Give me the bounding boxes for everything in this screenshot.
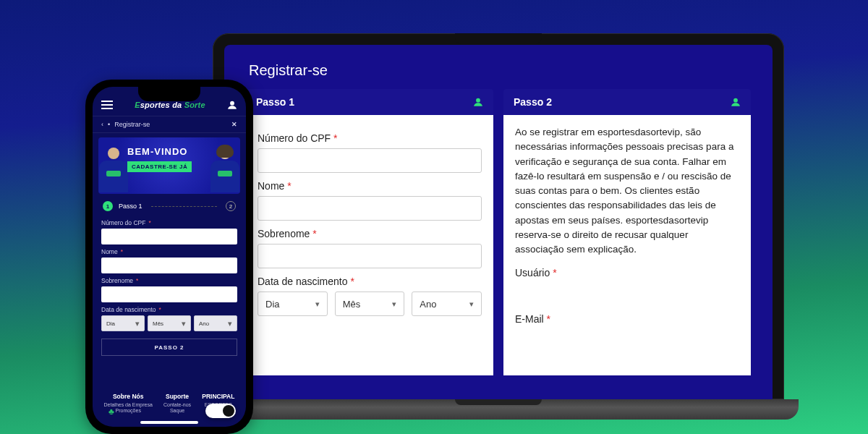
next-step-button[interactable]: PASSO 2 [101, 339, 237, 356]
step1-heading: Passo 1 [256, 96, 294, 108]
cpf-input[interactable] [258, 148, 482, 173]
phone-notch [138, 87, 200, 101]
brand-logo[interactable]: Esportes da Sorte [135, 101, 205, 109]
home-indicator [140, 421, 198, 424]
laptop-screen: Registrar-se Passo 1 Número do CPF * [224, 45, 773, 399]
dob-label: Data de nascimento* [101, 306, 237, 313]
phone-device: Esportes da Sorte ‹ • Registrar-se ✕ BEM… [85, 80, 253, 434]
user-label: Usuário * [515, 267, 739, 278]
svg-point-2 [230, 101, 234, 106]
nome-label: Nome* [101, 248, 237, 255]
dob-row: Dia▾ Mês▾ Ano▾ [101, 315, 237, 331]
welcome-hero: BEM-VINDO CADASTRE-SE JÁ [98, 137, 240, 194]
dob-month-select[interactable]: Mês▾ [335, 292, 405, 316]
chevron-down-icon: ▾ [392, 299, 396, 309]
registration-steps: Passo 1 Número do CPF * Nome [246, 89, 751, 375]
sobrenome-label: Sobrenome* [101, 277, 237, 284]
sobrenome-label: Sobrenome * [258, 228, 482, 239]
step1-dot[interactable]: 1 [103, 201, 113, 211]
dob-month-select[interactable]: Mês▾ [148, 315, 191, 331]
chevron-down-icon: ▾ [315, 299, 320, 309]
step1-body: Número do CPF * Nome * Sobrenome * [246, 115, 493, 375]
user-icon[interactable] [227, 100, 237, 110]
chevron-down-icon: ▾ [182, 319, 186, 328]
step2-heading: Passo 2 [514, 96, 552, 108]
dob-label: Data de nascimento * [258, 276, 482, 287]
step-indicator: 1 Passo 1 2 [93, 194, 246, 214]
user-icon [731, 96, 741, 108]
footer-support: Suporte Contate-nos Saque [163, 393, 191, 414]
breadcrumb: ‹ • Registrar-se ✕ [93, 116, 246, 133]
step2-panel: Passo 2 Ao se registrar em esportesdasor… [503, 89, 751, 375]
cpf-label: Número do CPF * [258, 132, 482, 144]
menu-icon[interactable] [101, 101, 113, 109]
laptop-base [198, 399, 799, 420]
nome-input[interactable] [258, 196, 482, 221]
dob-day-select[interactable]: Dia▾ [101, 315, 145, 331]
page-title: Registrar-se [249, 62, 751, 79]
floating-toggle[interactable] [205, 404, 236, 418]
user-icon [473, 96, 483, 108]
dob-day-select[interactable]: Dia▾ [258, 292, 328, 316]
disclaimer-text: Ao se registrar em esportesdasortevip, s… [515, 125, 739, 257]
hero-person-right [207, 143, 240, 194]
dob-year-select[interactable]: Ano▾ [194, 315, 237, 331]
phone-screen: Esportes da Sorte ‹ • Registrar-se ✕ BEM… [93, 87, 246, 427]
chevron-down-icon: ▾ [469, 299, 474, 309]
phone-form: Número do CPF* Nome* Sobrenome* Data de … [93, 214, 246, 365]
hero-welcome: BEM-VINDO [127, 146, 192, 157]
laptop-frame: Registrar-se Passo 1 Número do CPF * [213, 33, 784, 399]
step2-header: Passo 2 [503, 89, 751, 115]
sobrenome-input[interactable] [258, 244, 482, 268]
chevron-down-icon: ▾ [135, 319, 140, 328]
sobrenome-input[interactable] [101, 286, 237, 302]
step1-label: Passo 1 [119, 203, 142, 210]
step1-header: Passo 1 [246, 89, 493, 115]
laptop-device: Registrar-se Passo 1 Número do CPF * [213, 33, 784, 434]
back-icon[interactable]: ‹ [101, 121, 103, 128]
hero-cta-button[interactable]: CADASTRE-SE JÁ [127, 161, 192, 172]
chevron-down-icon: ▾ [228, 319, 232, 328]
dob-row: Dia▾ Mês▾ Ano▾ [258, 292, 482, 316]
step2-dot[interactable]: 2 [226, 201, 236, 211]
svg-point-1 [733, 98, 738, 103]
dob-year-select[interactable]: Ano▾ [412, 292, 482, 316]
nome-label: Nome * [258, 180, 482, 192]
breadcrumb-label: Registrar-se [114, 121, 150, 128]
svg-point-0 [476, 98, 480, 103]
laptop-notch [455, 33, 542, 43]
email-label: E-Mail * [515, 313, 739, 325]
close-icon[interactable]: ✕ [231, 121, 237, 128]
step1-panel: Passo 1 Número do CPF * Nome [246, 89, 493, 375]
step2-body: Ao se registrar em esportesdasortevip, s… [503, 115, 751, 375]
cpf-label: Número do CPF* [101, 219, 237, 226]
cpf-input[interactable] [101, 229, 237, 244]
chip-icon: ♣ [109, 407, 114, 417]
nome-input[interactable] [101, 258, 237, 273]
